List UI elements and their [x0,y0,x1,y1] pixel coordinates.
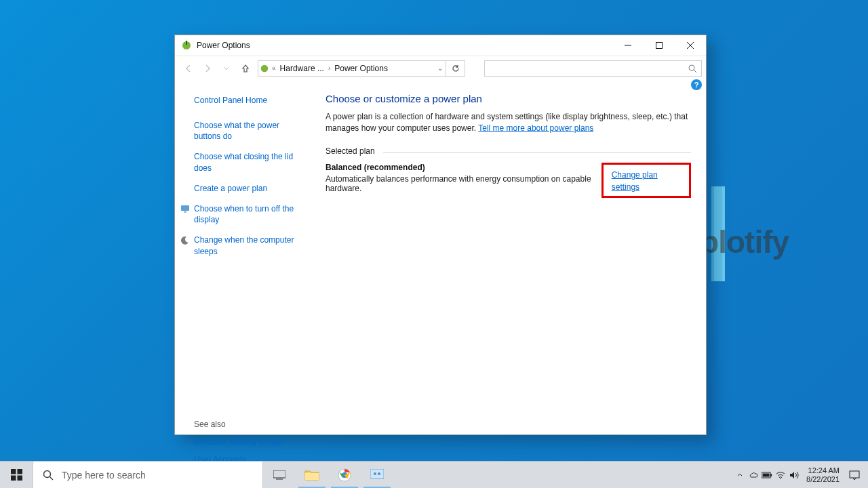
page-description: A power plan is a collection of hardware… [326,111,691,134]
app-icon [181,40,192,51]
svg-rect-13 [11,476,16,481]
page-heading: Choose or customize a power plan [326,93,691,104]
clock-date: 8/22/2021 [806,475,840,484]
window-title: Power Options [197,41,250,50]
titlebar[interactable]: Power Options [175,35,706,56]
breadcrumb-icon [258,64,271,73]
change-plan-settings-link[interactable]: Change plan settings [612,170,658,192]
system-tray: 12:24 AM 8/22/2021 [733,462,868,488]
tray-volume-icon[interactable] [787,471,801,479]
breadcrumb-seg-power[interactable]: Power Options [332,64,391,73]
tell-me-more-link[interactable]: Tell me more about power plans [478,123,593,133]
highlight-box: Change plan settings [601,163,691,198]
start-button[interactable] [0,462,33,488]
taskbar-app-chrome[interactable] [328,462,361,488]
chevron-icon: « [271,64,277,72]
tray-chevron-icon[interactable] [733,472,747,479]
sidebar-item-create-plan[interactable]: Create a power plan [194,183,304,194]
control-panel-home-link[interactable]: Control Panel Home [194,96,304,105]
sidebar: Control Panel Home Choose what the power… [175,81,311,434]
svg-point-24 [378,472,380,475]
folder-icon [304,469,319,481]
clock-time: 12:24 AM [806,466,840,475]
svg-line-16 [50,476,54,480]
taskbar: Type here to search 12:24 AM 8/22/2021 [0,461,868,488]
content-pane: ? Choose or customize a power plan A pow… [311,81,706,434]
chrome-icon [338,468,351,482]
selected-plan-label: Selected plan [326,146,691,156]
search-icon [43,470,54,481]
chevron-right-icon: › [327,64,332,72]
svg-rect-11 [11,469,16,474]
sidebar-item-label: Choose when to turn off the display [194,204,294,224]
svg-rect-27 [763,473,770,476]
maximize-button[interactable] [644,35,675,56]
plan-description: Automatically balances performance with … [326,174,601,193]
tray-wifi-icon[interactable] [774,471,787,479]
search-placeholder: Type here to search [62,470,146,481]
sidebar-item-label: Change when the computer sleeps [194,235,294,256]
taskbar-app-control-panel[interactable] [361,462,393,488]
taskbar-search[interactable]: Type here to search [33,462,263,488]
nav-toolbar: « Hardware ... › Power Options ⌄ [175,56,706,80]
search-icon [688,64,697,76]
taskbar-app-explorer[interactable] [296,462,328,488]
svg-point-15 [44,470,51,477]
svg-rect-26 [770,474,772,476]
svg-rect-17 [273,470,285,478]
settings-icon [370,469,384,481]
back-button[interactable] [179,59,198,78]
sidebar-item-computer-sleeps[interactable]: Change when the computer sleeps [194,235,304,256]
svg-point-7 [689,65,694,70]
svg-rect-19 [305,473,319,480]
tray-onedrive-icon[interactable] [747,472,760,479]
plan-row: Balanced (recommended) Automatically bal… [326,163,691,198]
moon-icon [180,235,190,245]
address-search-input[interactable] [484,60,702,77]
svg-rect-29 [850,471,859,478]
help-icon[interactable]: ? [691,79,702,90]
svg-rect-22 [370,469,384,479]
sidebar-item-power-buttons[interactable]: Choose what the power buttons do [194,120,304,142]
svg-point-28 [780,478,781,479]
see-also-label: See also [194,420,304,429]
forward-button[interactable] [198,59,217,78]
svg-rect-12 [17,469,22,474]
breadcrumb-seg-hardware[interactable]: Hardware ... [277,64,327,73]
task-view-button[interactable] [263,462,296,488]
svg-rect-10 [184,211,186,213]
svg-rect-14 [17,476,22,481]
see-also-mobility-center[interactable]: Windows Mobility Center [194,437,304,447]
plan-name: Balanced (recommended) [326,163,601,172]
sidebar-item-turn-off-display[interactable]: Choose when to turn off the display [194,203,304,225]
minimize-button[interactable] [612,35,644,56]
close-button[interactable] [675,35,706,56]
tray-battery-icon[interactable] [760,472,774,479]
taskbar-clock[interactable]: 12:24 AM 8/22/2021 [806,466,840,483]
sidebar-item-closing-lid[interactable]: Choose what closing the lid does [194,151,304,173]
refresh-button[interactable] [446,60,465,77]
svg-line-8 [694,70,696,73]
svg-rect-1 [186,41,187,45]
svg-rect-3 [656,43,663,49]
up-button[interactable] [236,59,255,78]
breadcrumb-dropdown-icon[interactable]: ⌄ [437,64,443,72]
action-center-button[interactable] [845,470,864,481]
svg-point-6 [261,64,269,72]
breadcrumb[interactable]: « Hardware ... › Power Options ⌄ [258,60,446,77]
display-icon [180,204,190,214]
svg-point-23 [374,472,376,475]
power-options-window: Power Options « Hardware ... › Power Opt… [174,35,707,435]
recent-dropdown[interactable] [217,59,236,78]
svg-rect-9 [181,205,189,211]
